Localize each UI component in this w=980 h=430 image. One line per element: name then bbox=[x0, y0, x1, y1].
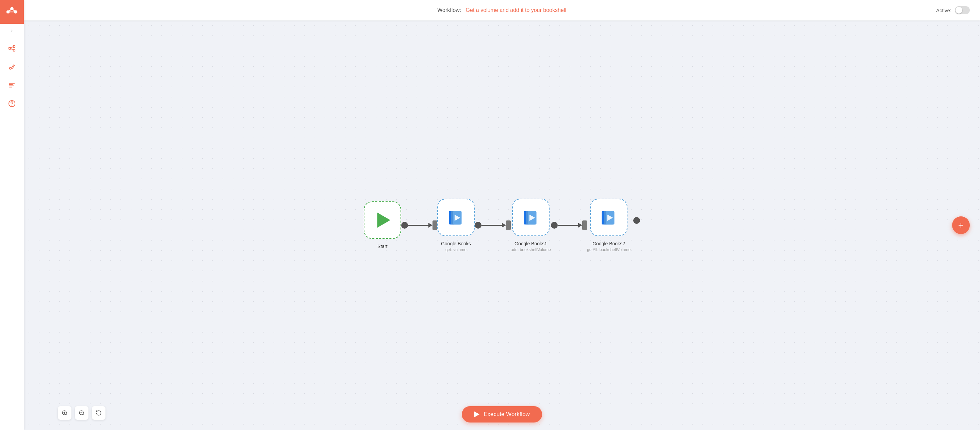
sidebar-item-help[interactable] bbox=[5, 96, 19, 111]
google-books-node-box[interactable] bbox=[437, 199, 475, 236]
arrow-shaft-1 bbox=[408, 225, 428, 226]
sidebar-item-credentials[interactable] bbox=[5, 59, 19, 74]
out-dot-start bbox=[401, 222, 408, 229]
google-books-sublabel: get: volume bbox=[445, 247, 466, 252]
workflow-canvas: Start bbox=[24, 21, 980, 430]
node-google-books1[interactable]: Google Books1 add: bookshelfVolume bbox=[511, 199, 551, 252]
google-books2-node-box[interactable] bbox=[590, 199, 627, 236]
zoom-out-icon bbox=[79, 410, 85, 416]
start-play-icon bbox=[377, 213, 390, 228]
arrow-head-3 bbox=[578, 223, 582, 228]
arrow-shaft-2 bbox=[482, 225, 502, 226]
sidebar-expand-button[interactable]: › bbox=[0, 24, 24, 37]
node-google-books[interactable]: Google Books get: volume bbox=[437, 199, 475, 252]
google-books2-icon bbox=[598, 207, 619, 228]
google-books1-node-box[interactable] bbox=[512, 199, 550, 236]
workflow-name[interactable]: Get a volume and add it to your bookshel… bbox=[466, 7, 566, 13]
google-books2-label: Google Books2 bbox=[592, 241, 625, 246]
zoom-in-icon bbox=[62, 410, 68, 416]
google-books1-sublabel: add: bookshelfVolume bbox=[511, 247, 551, 252]
reset-icon bbox=[95, 410, 102, 416]
google-books-icon bbox=[445, 207, 466, 228]
google-books2-sublabel: getAll: bookshelfVolume bbox=[587, 247, 630, 252]
svg-line-9 bbox=[11, 47, 13, 49]
toggle-knob bbox=[956, 7, 962, 14]
workflow-canvas-area[interactable]: + Start bbox=[24, 21, 980, 430]
reset-zoom-button[interactable] bbox=[92, 406, 105, 420]
execute-play-icon bbox=[474, 411, 479, 417]
arrow-1 bbox=[408, 223, 433, 228]
google-books1-label: Google Books1 bbox=[514, 241, 547, 246]
svg-line-3 bbox=[8, 9, 12, 12]
execute-workflow-label: Execute Workflow bbox=[484, 411, 530, 418]
connector-1 bbox=[401, 221, 437, 230]
connector-3 bbox=[551, 221, 587, 230]
sidebar-item-executions[interactable] bbox=[5, 78, 19, 93]
sidebar: › bbox=[0, 0, 24, 430]
out-dot-gb bbox=[475, 222, 482, 229]
out-dot-gb1 bbox=[551, 222, 558, 229]
workflow-nodes: Start bbox=[364, 199, 640, 252]
svg-line-35 bbox=[83, 414, 84, 415]
header: Workflow: Get a volume and add it to you… bbox=[24, 0, 980, 21]
arrow-3 bbox=[558, 223, 582, 228]
svg-line-31 bbox=[66, 414, 67, 415]
start-node-box[interactable] bbox=[364, 201, 401, 239]
input-block-1 bbox=[433, 221, 437, 230]
connector-2 bbox=[475, 221, 511, 230]
svg-line-4 bbox=[12, 9, 16, 12]
start-node-label: Start bbox=[377, 244, 388, 249]
svg-line-10 bbox=[11, 48, 13, 50]
arrow-2 bbox=[482, 223, 506, 228]
zoom-out-button[interactable] bbox=[75, 406, 89, 420]
out-dot-gb2 bbox=[633, 217, 640, 224]
input-block-3 bbox=[582, 221, 587, 230]
execute-workflow-button[interactable]: Execute Workflow bbox=[462, 406, 542, 422]
zoom-in-button[interactable] bbox=[58, 406, 72, 420]
active-toggle[interactable] bbox=[955, 6, 970, 14]
input-block-2 bbox=[506, 221, 511, 230]
main-content: Workflow: Get a volume and add it to you… bbox=[24, 0, 980, 430]
node-start[interactable]: Start bbox=[364, 201, 401, 249]
arrow-head-2 bbox=[502, 223, 506, 228]
workflow-title: Workflow: Get a volume and add it to you… bbox=[437, 7, 566, 13]
active-label: Active: bbox=[936, 8, 951, 13]
node-google-books2[interactable]: Google Books2 getAll: bookshelfVolume bbox=[587, 199, 630, 252]
trailing-connector bbox=[630, 217, 640, 233]
google-books1-icon bbox=[520, 207, 541, 228]
workflow-label: Workflow: bbox=[437, 7, 461, 13]
sidebar-nav bbox=[5, 37, 19, 430]
arrow-head-1 bbox=[428, 223, 433, 228]
google-books-label: Google Books bbox=[441, 241, 471, 246]
zoom-toolbar bbox=[58, 406, 105, 420]
add-node-button[interactable]: + bbox=[952, 216, 970, 234]
app-logo[interactable] bbox=[0, 0, 24, 24]
arrow-shaft-3 bbox=[558, 225, 578, 226]
sidebar-item-connections[interactable] bbox=[5, 41, 19, 56]
